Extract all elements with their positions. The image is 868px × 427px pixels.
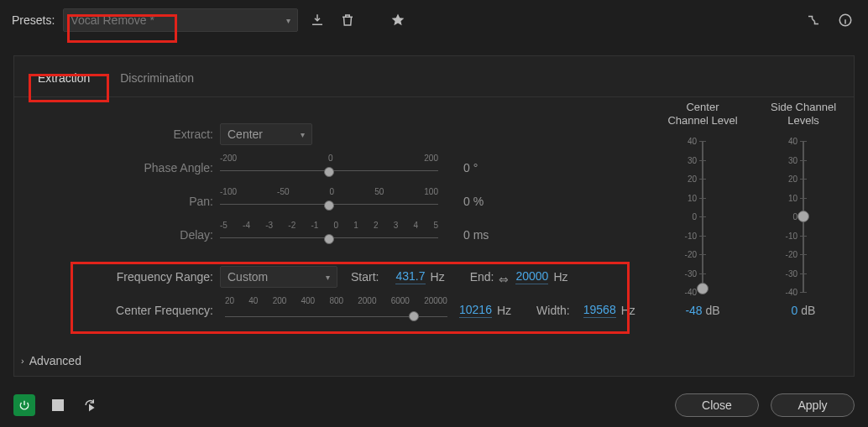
delay-value[interactable]: 0 ms (438, 228, 539, 242)
tab-discrimination[interactable]: Discrimination (117, 66, 197, 90)
power-toggle[interactable] (13, 394, 35, 416)
extract-value: Center (227, 128, 263, 141)
start-label: Start: (351, 270, 379, 284)
center-level-title1: Center (686, 101, 719, 113)
center-freq-slider[interactable]: 20402004008002000600020000 (225, 296, 447, 325)
save-preset-icon[interactable] (306, 9, 328, 31)
width-value[interactable]: 19568 (583, 303, 616, 318)
favorite-star-icon[interactable] (387, 9, 409, 31)
loop-play-icon[interactable] (81, 394, 102, 416)
side-level-slider[interactable]: 403020100-10-20-30-40 (784, 141, 823, 292)
pan-slider[interactable]: -100-50050100 (220, 187, 438, 216)
center-level-db[interactable]: -48 dB (685, 304, 719, 317)
close-button[interactable]: Close (675, 393, 759, 417)
effect-panel: Extraction Discrimination Extract: Cente… (13, 55, 855, 377)
chevron-down-icon: ▾ (326, 273, 330, 282)
delay-label: Delay: (31, 228, 220, 242)
apply-button[interactable]: Apply (771, 393, 855, 417)
pan-value[interactable]: 0 % (438, 195, 539, 208)
presets-dropdown[interactable]: Vocal Remove * ▾ (63, 8, 298, 32)
center-freq-value[interactable]: 10216 (459, 303, 492, 318)
end-value[interactable]: 20000 (515, 269, 548, 284)
start-value[interactable]: 431.7 (395, 269, 425, 284)
center-level-title2: Channel Level (667, 114, 737, 127)
side-level-db[interactable]: 0 dB (792, 304, 816, 317)
advanced-label: Advanced (29, 354, 81, 367)
end-unit: Hz (553, 270, 567, 284)
trash-icon[interactable] (337, 9, 358, 31)
presets-label: Presets: (12, 13, 55, 27)
phase-label: Phase Angle: (31, 161, 220, 174)
chevron-down-icon: ▾ (286, 16, 290, 25)
phase-value[interactable]: 0 ° (438, 161, 539, 174)
info-icon[interactable] (834, 9, 856, 31)
center-level-slider[interactable]: 403020100-10-20-30-40 (683, 141, 722, 292)
extract-label: Extract: (31, 128, 220, 141)
end-label: End: (470, 270, 494, 284)
resize-h-icon[interactable]: ⇔ (499, 273, 510, 281)
freq-range-label: Frequency Range: (31, 270, 220, 284)
preset-name: Vocal Remove * (71, 13, 154, 27)
pan-label: Pan: (31, 195, 220, 208)
stop-icon[interactable] (47, 394, 69, 416)
center-freq-label: Center Frequency: (31, 304, 220, 317)
side-level-title1: Side Channel (771, 101, 836, 113)
tab-extraction[interactable]: Extraction (34, 66, 93, 90)
start-unit: Hz (431, 270, 445, 284)
width-unit: Hz (621, 304, 635, 317)
phase-slider[interactable]: -2000200 (220, 154, 438, 182)
center-freq-unit: Hz (497, 304, 511, 317)
width-label: Width: (536, 304, 570, 317)
freq-range-value: Custom (227, 270, 268, 284)
side-level-title2: Levels (787, 114, 819, 127)
extract-dropdown[interactable]: Center ▾ (220, 123, 312, 145)
freq-range-dropdown[interactable]: Custom ▾ (220, 266, 337, 288)
advanced-toggle[interactable]: › Advanced (21, 354, 81, 367)
chevron-down-icon: ▾ (301, 130, 305, 139)
chevron-right-icon: › (21, 356, 24, 366)
route-icon[interactable] (803, 9, 824, 31)
delay-slider[interactable]: -5-4-3-2-1012345 (220, 221, 438, 249)
